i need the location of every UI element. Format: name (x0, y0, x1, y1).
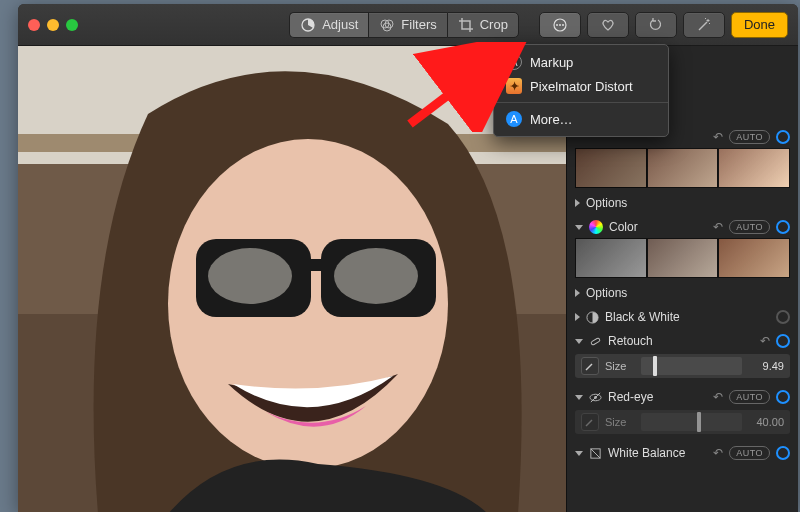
rotate-icon (648, 17, 664, 33)
svg-point-5 (556, 24, 558, 26)
wb-section-row[interactable]: White Balance ↶ AUTO (567, 440, 798, 464)
brush-icon[interactable] (581, 413, 599, 431)
svg-rect-15 (308, 259, 326, 271)
auto-button[interactable]: AUTO (729, 130, 770, 144)
svg-point-17 (334, 248, 418, 304)
chevron-right-icon (575, 199, 580, 207)
options-row[interactable]: Options (567, 282, 798, 304)
undo-icon[interactable]: ↶ (713, 446, 723, 460)
extensions-dropdown: A Markup ✦ Pixelmator Distort A More… (493, 44, 669, 137)
slider-track[interactable] (641, 357, 742, 375)
redeye-size-slider[interactable]: Size 40.00 (575, 410, 790, 434)
rotate-button[interactable] (635, 12, 677, 38)
retouch-size-value: 9.49 (748, 360, 784, 372)
favorite-button[interactable] (587, 12, 629, 38)
toggle-ring[interactable] (776, 130, 790, 144)
fullscreen-window-button[interactable] (66, 19, 78, 31)
toggle-ring[interactable] (776, 390, 790, 404)
enhance-button[interactable] (683, 12, 725, 38)
retouch-label: Retouch (608, 334, 754, 348)
wb-icon (589, 447, 602, 460)
more-icon (552, 17, 568, 33)
auto-button[interactable]: AUTO (729, 446, 770, 460)
brush-icon[interactable] (581, 357, 599, 375)
redeye-size-value: 40.00 (748, 416, 784, 428)
more-label: More… (530, 112, 573, 127)
svg-point-7 (562, 24, 564, 26)
chevron-right-icon (575, 289, 580, 297)
heart-icon (600, 17, 616, 33)
toggle-ring[interactable] (776, 310, 790, 324)
markup-icon: A (506, 54, 522, 70)
undo-icon[interactable]: ↶ (713, 390, 723, 404)
options-row[interactable]: Options (567, 192, 798, 214)
options-label: Options (586, 286, 790, 300)
undo-icon[interactable]: ↶ (760, 334, 770, 348)
svg-point-16 (208, 248, 292, 304)
close-window-button[interactable] (28, 19, 40, 31)
color-wheel-icon (589, 220, 603, 234)
minimize-window-button[interactable] (47, 19, 59, 31)
markup-menu-item[interactable]: A Markup (494, 50, 668, 74)
edit-mode-segment: Adjust Filters Crop (289, 12, 519, 38)
titlebar: Adjust Filters Crop Done (18, 4, 798, 46)
thumb[interactable] (575, 148, 647, 188)
bw-section-row[interactable]: Black & White (567, 304, 798, 328)
thumb[interactable] (575, 238, 647, 278)
svg-rect-19 (591, 337, 601, 345)
toggle-ring[interactable] (776, 334, 790, 348)
crop-icon (458, 17, 474, 33)
chevron-down-icon (575, 225, 583, 230)
filters-tab[interactable]: Filters (368, 12, 446, 38)
bw-icon (586, 311, 599, 324)
bw-label: Black & White (605, 310, 770, 324)
thumb[interactable] (718, 238, 790, 278)
adjust-icon (300, 17, 316, 33)
color-label: Color (609, 220, 707, 234)
redeye-section-row[interactable]: Red-eye ↶ AUTO (567, 384, 798, 408)
adjust-tab[interactable]: Adjust (289, 12, 368, 38)
chevron-right-icon (575, 313, 580, 321)
more-menu-item[interactable]: A More… (494, 107, 668, 131)
light-thumbs[interactable] (567, 148, 798, 192)
done-label: Done (744, 17, 775, 32)
done-button[interactable]: Done (731, 12, 788, 38)
markup-label: Markup (530, 55, 573, 70)
extensions-button[interactable] (539, 12, 581, 38)
auto-button[interactable]: AUTO (729, 390, 770, 404)
adjust-label: Adjust (322, 17, 358, 32)
svg-point-6 (559, 24, 561, 26)
content-area: ↶ AUTO Options Color ↶ AUTO (18, 46, 798, 512)
chevron-down-icon (575, 395, 583, 400)
wb-label: White Balance (608, 446, 707, 460)
retouch-section-row[interactable]: Retouch ↶ (567, 328, 798, 352)
thumb[interactable] (647, 148, 719, 188)
wand-icon (696, 17, 712, 33)
app-window: Adjust Filters Crop Done (18, 4, 798, 512)
color-section-row[interactable]: Color ↶ AUTO (567, 214, 798, 238)
crop-tab[interactable]: Crop (447, 12, 519, 38)
bandage-icon (589, 335, 602, 348)
appstore-icon: A (506, 111, 522, 127)
undo-icon[interactable]: ↶ (713, 220, 723, 234)
crop-label: Crop (480, 17, 508, 32)
options-label: Options (586, 196, 790, 210)
size-label: Size (605, 360, 635, 372)
toggle-ring[interactable] (776, 446, 790, 460)
pixelmator-label: Pixelmator Distort (530, 79, 633, 94)
retouch-size-slider[interactable]: Size 9.49 (575, 354, 790, 378)
color-thumbs[interactable] (567, 238, 798, 282)
window-controls (28, 19, 78, 31)
thumb[interactable] (718, 148, 790, 188)
filters-label: Filters (401, 17, 436, 32)
pixelmator-icon: ✦ (506, 78, 522, 94)
thumb[interactable] (647, 238, 719, 278)
pixelmator-menu-item[interactable]: ✦ Pixelmator Distort (494, 74, 668, 98)
auto-button[interactable]: AUTO (729, 220, 770, 234)
slider-track[interactable] (641, 413, 742, 431)
undo-icon[interactable]: ↶ (713, 130, 723, 144)
photo-canvas[interactable] (18, 46, 566, 512)
chevron-down-icon (575, 339, 583, 344)
eye-icon (589, 391, 602, 404)
toggle-ring[interactable] (776, 220, 790, 234)
